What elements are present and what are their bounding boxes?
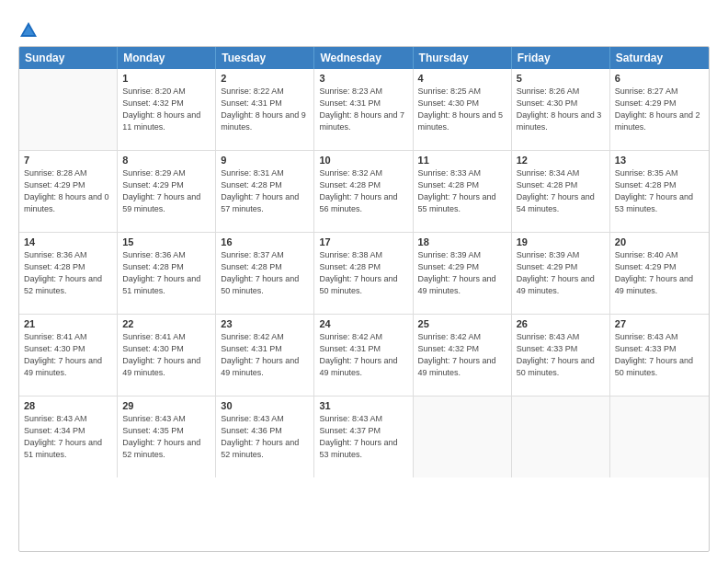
day-number: 22 (122, 318, 210, 329)
cell-info: Sunrise: 8:40 AMSunset: 4:29 PMDaylight:… (615, 249, 704, 297)
calendar-header-friday: Friday (512, 47, 610, 69)
cell-info: Sunrise: 8:33 AMSunset: 4:28 PMDaylight:… (418, 167, 506, 215)
calendar-cell: 17Sunrise: 8:38 AMSunset: 4:28 PMDayligh… (314, 233, 413, 314)
cell-info: Sunrise: 8:28 AMSunset: 4:29 PMDaylight:… (24, 167, 112, 215)
calendar-cell: 9Sunrise: 8:31 AMSunset: 4:28 PMDaylight… (216, 151, 314, 232)
cell-info: Sunrise: 8:34 AMSunset: 4:28 PMDaylight:… (517, 167, 605, 215)
cell-info: Sunrise: 8:41 AMSunset: 4:30 PMDaylight:… (122, 331, 210, 379)
logo (18, 20, 41, 40)
calendar-cell: 8Sunrise: 8:29 AMSunset: 4:29 PMDaylight… (118, 151, 216, 232)
cell-info: Sunrise: 8:43 AMSunset: 4:34 PMDaylight:… (24, 413, 112, 461)
day-number: 3 (319, 73, 407, 84)
calendar-header-sunday: Sunday (19, 47, 118, 69)
calendar-cell: 29Sunrise: 8:43 AMSunset: 4:35 PMDayligh… (118, 396, 216, 477)
calendar-cell: 12Sunrise: 8:34 AMSunset: 4:28 PMDayligh… (512, 151, 610, 232)
day-number: 26 (517, 318, 605, 329)
day-number: 31 (319, 400, 407, 411)
cell-info: Sunrise: 8:43 AMSunset: 4:36 PMDaylight:… (221, 413, 309, 461)
calendar-cell: 18Sunrise: 8:39 AMSunset: 4:29 PMDayligh… (414, 233, 512, 314)
calendar: SundayMondayTuesdayWednesdayThursdayFrid… (18, 46, 710, 552)
day-number: 20 (615, 236, 704, 247)
calendar-cell: 31Sunrise: 8:43 AMSunset: 4:37 PMDayligh… (314, 396, 413, 477)
day-number: 10 (319, 155, 407, 166)
cell-info: Sunrise: 8:37 AMSunset: 4:28 PMDaylight:… (221, 249, 309, 297)
calendar-week-2: 7Sunrise: 8:28 AMSunset: 4:29 PMDaylight… (19, 151, 709, 233)
day-number: 1 (122, 73, 210, 84)
calendar-cell: 20Sunrise: 8:40 AMSunset: 4:29 PMDayligh… (610, 233, 709, 314)
day-number: 17 (319, 236, 407, 247)
day-number: 16 (221, 236, 309, 247)
calendar-cell (19, 69, 118, 150)
day-number: 19 (517, 236, 605, 247)
day-number: 12 (517, 155, 605, 166)
calendar-cell: 10Sunrise: 8:32 AMSunset: 4:28 PMDayligh… (314, 151, 413, 232)
calendar-cell: 25Sunrise: 8:42 AMSunset: 4:32 PMDayligh… (414, 315, 512, 396)
calendar-cell: 1Sunrise: 8:20 AMSunset: 4:32 PMDaylight… (118, 69, 216, 150)
calendar-cell: 16Sunrise: 8:37 AMSunset: 4:28 PMDayligh… (216, 233, 314, 314)
cell-info: Sunrise: 8:32 AMSunset: 4:28 PMDaylight:… (319, 167, 407, 215)
day-number: 2 (221, 73, 309, 84)
day-number: 7 (24, 155, 112, 166)
header (18, 17, 710, 40)
cell-info: Sunrise: 8:43 AMSunset: 4:35 PMDaylight:… (122, 413, 210, 461)
day-number: 5 (517, 73, 605, 84)
calendar-cell: 24Sunrise: 8:42 AMSunset: 4:31 PMDayligh… (314, 315, 413, 396)
calendar-cell: 28Sunrise: 8:43 AMSunset: 4:34 PMDayligh… (19, 396, 118, 477)
calendar-header-monday: Monday (118, 47, 216, 69)
day-number: 14 (24, 236, 112, 247)
day-number: 9 (221, 155, 309, 166)
day-number: 6 (615, 73, 704, 84)
cell-info: Sunrise: 8:26 AMSunset: 4:30 PMDaylight:… (517, 86, 605, 133)
calendar-cell: 26Sunrise: 8:43 AMSunset: 4:33 PMDayligh… (512, 315, 610, 396)
day-number: 11 (418, 155, 506, 166)
calendar-week-1: 1Sunrise: 8:20 AMSunset: 4:32 PMDaylight… (19, 69, 709, 151)
cell-info: Sunrise: 8:29 AMSunset: 4:29 PMDaylight:… (122, 167, 210, 215)
cell-info: Sunrise: 8:25 AMSunset: 4:30 PMDaylight:… (418, 86, 506, 133)
cell-info: Sunrise: 8:42 AMSunset: 4:32 PMDaylight:… (418, 331, 506, 379)
page: SundayMondayTuesdayWednesdayThursdayFrid… (0, 0, 728, 563)
day-number: 28 (24, 400, 112, 411)
calendar-header-saturday: Saturday (610, 47, 709, 69)
day-number: 25 (418, 318, 506, 329)
cell-info: Sunrise: 8:22 AMSunset: 4:31 PMDaylight:… (221, 86, 309, 133)
day-number: 4 (418, 73, 506, 84)
calendar-cell: 2Sunrise: 8:22 AMSunset: 4:31 PMDaylight… (216, 69, 314, 150)
cell-info: Sunrise: 8:23 AMSunset: 4:31 PMDaylight:… (319, 86, 407, 133)
calendar-cell: 15Sunrise: 8:36 AMSunset: 4:28 PMDayligh… (118, 233, 216, 314)
day-number: 29 (122, 400, 210, 411)
calendar-cell: 5Sunrise: 8:26 AMSunset: 4:30 PMDaylight… (512, 69, 610, 150)
cell-info: Sunrise: 8:31 AMSunset: 4:28 PMDaylight:… (221, 167, 309, 215)
day-number: 18 (418, 236, 506, 247)
cell-info: Sunrise: 8:27 AMSunset: 4:29 PMDaylight:… (615, 86, 704, 133)
calendar-week-4: 21Sunrise: 8:41 AMSunset: 4:30 PMDayligh… (19, 315, 709, 396)
calendar-week-5: 28Sunrise: 8:43 AMSunset: 4:34 PMDayligh… (19, 396, 709, 477)
calendar-header-thursday: Thursday (414, 47, 512, 69)
calendar-cell (512, 396, 610, 477)
day-number: 27 (615, 318, 704, 329)
day-number: 8 (122, 155, 210, 166)
cell-info: Sunrise: 8:41 AMSunset: 4:30 PMDaylight:… (24, 331, 112, 379)
day-number: 23 (221, 318, 309, 329)
calendar-header: SundayMondayTuesdayWednesdayThursdayFrid… (19, 47, 709, 69)
calendar-week-3: 14Sunrise: 8:36 AMSunset: 4:28 PMDayligh… (19, 233, 709, 315)
day-number: 30 (221, 400, 309, 411)
calendar-cell: 30Sunrise: 8:43 AMSunset: 4:36 PMDayligh… (216, 396, 314, 477)
cell-info: Sunrise: 8:20 AMSunset: 4:32 PMDaylight:… (122, 86, 210, 133)
cell-info: Sunrise: 8:35 AMSunset: 4:28 PMDaylight:… (615, 167, 704, 215)
calendar-cell: 19Sunrise: 8:39 AMSunset: 4:29 PMDayligh… (512, 233, 610, 314)
calendar-cell: 7Sunrise: 8:28 AMSunset: 4:29 PMDaylight… (19, 151, 118, 232)
calendar-cell: 11Sunrise: 8:33 AMSunset: 4:28 PMDayligh… (414, 151, 512, 232)
day-number: 13 (615, 155, 704, 166)
calendar-cell: 4Sunrise: 8:25 AMSunset: 4:30 PMDaylight… (414, 69, 512, 150)
cell-info: Sunrise: 8:43 AMSunset: 4:33 PMDaylight:… (517, 331, 605, 379)
cell-info: Sunrise: 8:38 AMSunset: 4:28 PMDaylight:… (319, 249, 407, 297)
day-number: 21 (24, 318, 112, 329)
calendar-cell: 27Sunrise: 8:43 AMSunset: 4:33 PMDayligh… (610, 315, 709, 396)
calendar-cell: 22Sunrise: 8:41 AMSunset: 4:30 PMDayligh… (118, 315, 216, 396)
calendar-cell: 6Sunrise: 8:27 AMSunset: 4:29 PMDaylight… (610, 69, 709, 150)
cell-info: Sunrise: 8:43 AMSunset: 4:37 PMDaylight:… (319, 413, 407, 461)
calendar-cell: 13Sunrise: 8:35 AMSunset: 4:28 PMDayligh… (610, 151, 709, 232)
cell-info: Sunrise: 8:43 AMSunset: 4:33 PMDaylight:… (615, 331, 704, 379)
calendar-header-tuesday: Tuesday (216, 47, 314, 69)
cell-info: Sunrise: 8:42 AMSunset: 4:31 PMDaylight:… (221, 331, 309, 379)
